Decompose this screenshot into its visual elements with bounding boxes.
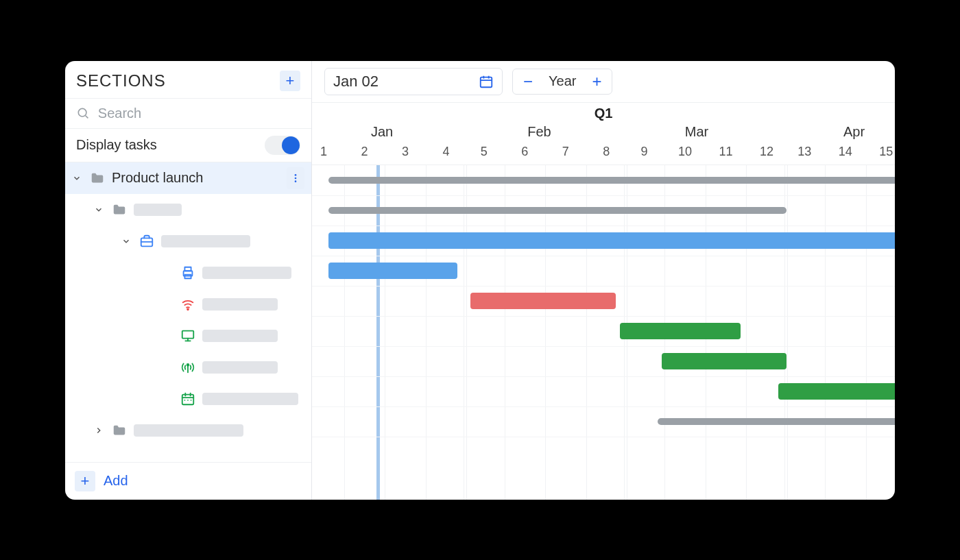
monitor-icon — [180, 328, 195, 343]
placeholder-text — [202, 361, 278, 374]
week-label: 4 — [442, 145, 449, 159]
placeholder-text — [202, 267, 291, 279]
row-separator — [312, 286, 895, 287]
task-bar[interactable] — [470, 293, 616, 309]
placeholder-text — [202, 298, 278, 311]
search-input[interactable] — [98, 106, 300, 121]
tree-label: Product launch — [112, 170, 203, 186]
svg-point-15 — [187, 363, 189, 365]
tree-row[interactable] — [65, 352, 311, 383]
chevron-icon[interactable] — [93, 424, 105, 437]
briefcase-icon — [139, 234, 154, 249]
grid-line — [464, 165, 464, 500]
date-picker[interactable]: Jan 02 — [324, 68, 503, 95]
folder-icon — [112, 423, 127, 438]
grid-line — [426, 165, 427, 500]
display-tasks-label: Display tasks — [76, 137, 157, 153]
grid-line — [746, 165, 747, 500]
tree-row[interactable] — [65, 383, 311, 415]
grid-line — [586, 165, 587, 500]
tree-row[interactable] — [65, 194, 311, 226]
row-separator — [312, 226, 895, 226]
add-button[interactable]: + Add — [65, 462, 311, 500]
chevron-icon[interactable] — [71, 172, 83, 184]
row-separator — [312, 316, 895, 317]
gantt-chart[interactable] — [312, 165, 895, 500]
task-bar[interactable] — [778, 383, 895, 400]
placeholder-text — [202, 393, 298, 405]
add-section-button[interactable]: + — [280, 71, 300, 91]
week-label: 11 — [719, 145, 732, 159]
sidebar-header: SECTIONS + — [65, 61, 311, 98]
week-label: 8 — [603, 145, 610, 159]
task-bar[interactable] — [328, 263, 457, 279]
row-separator — [312, 376, 895, 377]
more-button[interactable] — [287, 167, 304, 189]
grid-line — [784, 165, 785, 500]
row-separator — [312, 195, 895, 196]
zoom-out-button[interactable]: − — [520, 73, 536, 90]
app-frame: SECTIONS + Display tasks Product launch … — [65, 61, 895, 500]
display-tasks-toggle[interactable] — [265, 136, 300, 155]
week-label: 5 — [481, 145, 488, 159]
zoom-label: Year — [549, 73, 576, 89]
task-bar[interactable] — [328, 232, 895, 249]
svg-point-0 — [78, 108, 86, 117]
svg-rect-11 — [182, 330, 194, 338]
calendar-icon — [180, 391, 195, 406]
folder-icon — [112, 202, 127, 217]
month-label: Mar — [685, 124, 708, 140]
tree-row[interactable]: Product launch — [65, 162, 311, 194]
task-bar[interactable] — [620, 323, 741, 339]
week-label: 14 — [839, 145, 852, 159]
antenna-icon — [180, 360, 195, 375]
svg-rect-23 — [481, 77, 492, 87]
week-label: 15 — [879, 145, 893, 159]
tree-row[interactable] — [65, 415, 311, 446]
search-row[interactable] — [65, 98, 311, 129]
tree-row[interactable] — [65, 289, 311, 320]
plus-icon: + — [592, 73, 601, 90]
month-label: Feb — [527, 124, 551, 140]
week-label: 2 — [361, 145, 368, 159]
tree-row[interactable] — [65, 320, 311, 352]
summary-bar[interactable] — [328, 177, 895, 184]
svg-point-10 — [187, 308, 189, 310]
add-label: Add — [104, 473, 128, 489]
zoom-in-button[interactable]: + — [588, 73, 605, 90]
toggle-knob — [282, 136, 300, 154]
week-label: 6 — [521, 145, 528, 159]
toolbar: Jan 02 − Year + — [312, 61, 895, 102]
quarter-label: Q1 — [312, 103, 895, 124]
task-bar[interactable] — [662, 353, 787, 369]
sidebar: SECTIONS + Display tasks Product launch … — [65, 61, 312, 500]
weeks-row: 123456789101112131415 — [312, 145, 895, 165]
grid-line — [344, 165, 345, 500]
tree-row[interactable] — [65, 257, 311, 289]
today-marker — [376, 165, 380, 500]
grid-line — [545, 165, 546, 500]
summary-bar[interactable] — [328, 207, 787, 214]
week-label: 3 — [402, 145, 409, 159]
week-label: 13 — [797, 145, 811, 159]
placeholder-text — [161, 235, 250, 247]
chevron-icon[interactable] — [120, 235, 132, 247]
grid-line — [787, 165, 788, 500]
main: Jan 02 − Year + Q1 JanFebMarApr 12345678… — [312, 61, 895, 500]
row-separator — [312, 437, 895, 437]
months-row: JanFebMarApr — [312, 124, 895, 145]
date-label: Jan 02 — [333, 73, 379, 90]
calendar-icon — [479, 74, 494, 89]
week-label: 9 — [640, 145, 647, 159]
row-separator — [312, 346, 895, 347]
month-label: Jan — [371, 124, 393, 140]
folder-icon — [90, 171, 105, 186]
week-label: 1 — [320, 145, 327, 159]
svg-point-2 — [295, 174, 297, 176]
row-separator — [312, 406, 895, 407]
tree-row[interactable] — [65, 226, 311, 257]
summary-bar[interactable] — [658, 418, 895, 425]
svg-rect-8 — [184, 267, 191, 271]
dots-vertical-icon — [290, 171, 301, 185]
chevron-icon[interactable] — [93, 204, 105, 216]
